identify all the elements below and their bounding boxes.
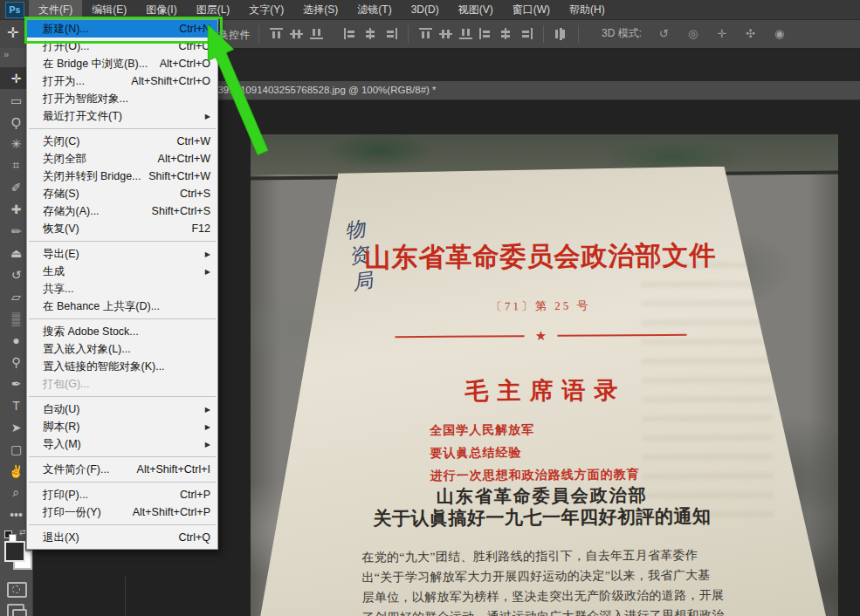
menu-item-package[interactable]: 打包(G)... ▶ (27, 375, 217, 393)
quick-mask-mode-button[interactable] (7, 582, 27, 598)
file-menu-panel: 新建(N)... Ctrl+N ▶ 打开(O)... Ctrl+O ▶ 在 Br… (26, 19, 218, 550)
menu-item-close-all[interactable]: 关闭全部 Alt+Ctrl+W ▶ (27, 150, 217, 168)
body-text: 在党的“九大”团结、胜利路线的指引下，自去年五月省革委作出“关于学习解放军大力开… (361, 545, 715, 616)
menu-type[interactable]: 文字(Y) (239, 0, 293, 19)
foreground-color-swatch[interactable] (4, 541, 25, 562)
move-tool-options-icon: ✛ (7, 24, 18, 41)
menu-item-close[interactable]: 关闭(C) Ctrl+W ▶ (27, 133, 217, 150)
menu-window[interactable]: 窗口(W) (503, 0, 560, 19)
menu-separator[interactable]: ▶ (29, 482, 216, 483)
menu-item-scripts[interactable]: 脚本(R) ▶ (27, 418, 217, 435)
body-text-line: 层单位，以解放军为榜样，坚决走突出无产阶级政治的道路，开展 (362, 585, 715, 608)
align-vertical-centers-icon[interactable] (290, 28, 303, 39)
align-top-edges-icon[interactable] (270, 28, 283, 39)
canvas-divider (125, 577, 126, 616)
submenu-arrow-icon: ▶ (205, 441, 210, 448)
menu-item-share[interactable]: 共享... ▶ (27, 280, 217, 298)
annotation-highlight-box (24, 17, 223, 44)
star-icon: ★ (535, 328, 547, 344)
menu-item-open-as[interactable]: 打开为... Alt+Shift+Ctrl+O ▶ (27, 72, 217, 90)
3d-zoom-icon[interactable]: ◉ (774, 27, 784, 40)
menu-select[interactable]: 选择(S) (293, 0, 347, 19)
submenu-arrow-icon: ▶ (205, 250, 210, 258)
notice-heading-line: 关于认眞搞好一九七一年四好初評的通知 (258, 504, 826, 532)
menu-item-print[interactable]: 打印(P)... Ctrl+P ▶ (27, 486, 217, 503)
document-tab[interactable]: 339141091403255768528.jpg @ 100%(RGB/8#)… (212, 85, 437, 95)
menu-item-place-linked[interactable]: 置入链接的智能对象(K)... ▶ (27, 358, 217, 375)
menu-item-close-and-go-to-bridge[interactable]: 关闭并转到 Bridge... Shift+Ctrl+W ▶ (27, 168, 217, 185)
menu-item-exit[interactable]: 退出(X) Ctrl+Q ▶ (27, 529, 217, 546)
menu-item-browse-in-bridge[interactable]: 在 Bridge 中浏览(B)... Alt+Ctrl+O ▶ (27, 55, 217, 72)
menu-item-revert[interactable]: 恢复(V) F12 ▶ (27, 220, 217, 237)
align-left-edges-icon[interactable] (344, 28, 357, 39)
distribute-horizontal-centers-icon[interactable] (499, 28, 513, 39)
menu-item-open-recent[interactable]: 最近打开文件(T) ▶ (27, 107, 217, 125)
paper-document: 物资局 山东省革命委员会政治部文件 〔71〕第 25 号 ★ 毛主席语录 全国学… (256, 166, 827, 616)
photoshop-window: Ps 文件(F) 编辑(E) 图像(I) 图层(L) (0, 0, 860, 616)
photoshop-logo: Ps (5, 2, 24, 18)
document-title: 山东省革命委员会政治部文件 (257, 237, 824, 277)
menu-separator[interactable]: ▶ (29, 456, 216, 457)
options-separator (258, 25, 259, 43)
menu-view[interactable]: 视图(V) (449, 0, 503, 19)
3d-slide-icon[interactable]: ✣ (746, 27, 755, 40)
submenu-arrow-icon: ▶ (205, 406, 210, 414)
align-right-edges-icon[interactable] (384, 28, 397, 39)
menu-item-save[interactable]: 存储(S) Ctrl+S ▶ (27, 185, 217, 202)
menu-separator[interactable]: ▶ (29, 524, 216, 525)
submenu-arrow-icon: ▶ (205, 268, 210, 276)
distribute-right-edges-icon[interactable] (519, 28, 533, 39)
photo-concrete-step (251, 134, 838, 175)
options-separator (543, 25, 544, 43)
submenu-arrow-icon: ▶ (205, 113, 210, 120)
quote-heading: 毛主席语录 (258, 373, 825, 409)
menu-item-search-adobe-stock[interactable]: 搜索 Adobe Stock... ▶ (27, 323, 217, 340)
body-text-line: 在党的“九大”团结、胜利路线的指引下，自去年五月省革委作 (361, 545, 714, 568)
menu-separator[interactable]: ▶ (29, 128, 216, 129)
quote-lines: 全国学人民解放军要认眞总结经验进行一次思想和政治路线方面的教育 (430, 418, 640, 488)
menu-item-generate[interactable]: 生成 ▶ (27, 263, 217, 280)
3d-rotate-icon[interactable]: ↺ (659, 27, 669, 40)
align-horizontal-centers-icon[interactable] (364, 28, 377, 39)
menu-filter[interactable]: 滤镜(T) (347, 0, 401, 19)
3d-roll-icon[interactable]: ◎ (688, 27, 698, 40)
distribute-top-edges-icon[interactable] (419, 28, 432, 39)
align-bottom-edges-icon[interactable] (310, 28, 323, 39)
notice-headings: 山东省革命委員会政治部关于认眞搞好一九七一年四好初評的通知 (258, 483, 826, 532)
3d-pan-icon[interactable]: ✛ (717, 27, 726, 40)
menu-item-place-embedded[interactable]: 置入嵌入对象(L)... ▶ (27, 340, 217, 358)
distribute-left-edges-icon[interactable] (479, 28, 492, 39)
screen-mode-button[interactable] (7, 604, 24, 616)
menu-item-automate[interactable]: 自动(U) ▶ (27, 400, 217, 418)
menu-item-open-as-smart-object[interactable]: 打开为智能对象... ▶ (27, 90, 217, 107)
menu-separator[interactable]: ▶ (29, 241, 216, 242)
options-separator (408, 25, 409, 43)
menu-separator[interactable]: ▶ (29, 318, 216, 319)
3d-mode-label: 3D 模式: (602, 26, 642, 41)
menu-help[interactable]: 帮助(H) (560, 0, 615, 19)
default-colors-icon[interactable]: ⇄ (4, 530, 27, 541)
menu-separator[interactable]: ▶ (29, 396, 216, 397)
body-text-line: 了创四好的群众运动。通过运动向广大群众深入进行了思想和政治 (362, 606, 715, 616)
distribute-spacing-icon[interactable] (554, 28, 568, 39)
menu-item-share-on-behance[interactable]: 在 Behance 上共享(D)... ▶ (27, 298, 217, 315)
menu-3d[interactable]: 3D(D) (402, 0, 449, 19)
menu-item-save-as[interactable]: 存储为(A)... Shift+Ctrl+S ▶ (27, 202, 217, 220)
quote-line: 要认眞总结经验 (430, 441, 639, 465)
body-text-line: 出“关于学习解放军大力开展四好运动的决定”以来，我省广大基 (361, 565, 714, 588)
menu-item-export[interactable]: 导出(E) ▶ (27, 245, 217, 263)
submenu-arrow-icon: ▶ (205, 423, 210, 431)
distribute-bottom-edges-icon[interactable] (459, 28, 472, 39)
menu-item-print-one-copy[interactable]: 打印一份(Y) Alt+Shift+Ctrl+P ▶ (27, 503, 217, 521)
menu-item-import[interactable]: 导入(M) ▶ (27, 435, 217, 453)
swap-colors-icon[interactable]: ⇄ (19, 528, 26, 537)
photo-image: 物资局 山东省革命委员会政治部文件 〔71〕第 25 号 ★ 毛主席语录 全国学… (251, 134, 838, 616)
quote-line: 全国学人民解放军 (430, 418, 639, 442)
options-separator (578, 25, 579, 43)
distribute-vertical-centers-icon[interactable] (439, 28, 452, 39)
menu-item-file-info[interactable]: 文件简介(F)... Alt+Shift+Ctrl+I ▶ (27, 461, 217, 478)
